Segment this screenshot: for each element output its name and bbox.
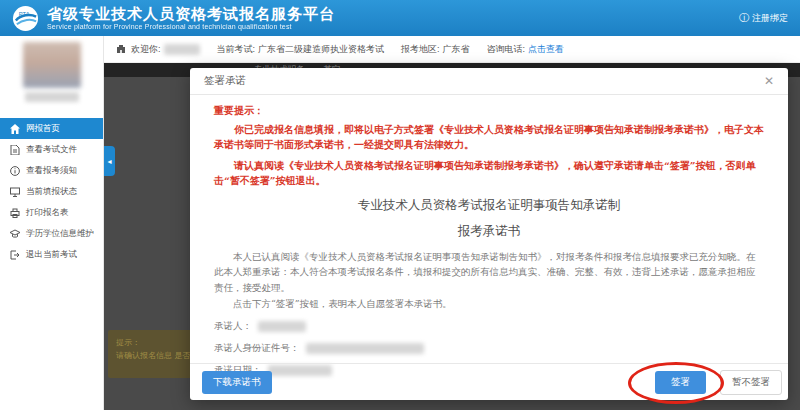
exit-icon xyxy=(10,250,20,260)
welcome-bar: 欢迎你: 当前考试: 广东省二级建造师执业资格考试 报考地区: 广东省 咨询电话… xyxy=(104,36,800,63)
building-icon xyxy=(116,44,126,54)
current-exam-value: 广东省二级建造师执业资格考试 xyxy=(258,43,384,56)
chevron-left-icon: ◂ xyxy=(107,157,111,166)
promiser-label: 承诺人： xyxy=(214,320,252,333)
doc-title-line1: 专业技术人员资格考试报名证明事项告知承诺制 xyxy=(214,197,764,214)
not-sign-button[interactable]: 暂不签署 xyxy=(720,370,782,395)
sidebar-item-education-maintenance[interactable]: 学历学位信息维护 xyxy=(0,223,103,244)
id-number-label: 承诺人身份证件号： xyxy=(214,342,300,355)
info-icon xyxy=(10,166,20,176)
sign-commitment-modal: 签署承诺 ✕ 重要提示： 你已完成报名信息填报，即将以电子方式签署《专业技术人员… xyxy=(190,68,788,400)
sidebar-item-label: 查看考试文件 xyxy=(26,144,77,156)
monitor-icon xyxy=(10,187,20,197)
sidebar-item-label: 查看报考须知 xyxy=(26,165,77,177)
doc-paragraph-1: 本人已认真阅读《专业技术人员资格考试报名证明事项告知承诺制告知书》，对报考条件和… xyxy=(214,249,764,296)
warning-paragraph-2: 请认真阅读《专业技术人员资格考试报名证明事项告知承诺制报考承诺书》，确认遵守承诺… xyxy=(214,158,764,189)
region-value: 广东省 xyxy=(443,43,470,56)
sidebar-item-exit-exam[interactable]: 退出当前考试 xyxy=(0,244,103,265)
page-title: 省级专业技术人员资格考试报名服务平台 xyxy=(47,5,335,22)
username-redacted xyxy=(164,44,200,55)
doc-title-line2: 报考承诺书 xyxy=(214,223,764,240)
modal-title: 签署承诺 xyxy=(204,74,246,88)
promiser-name-redacted xyxy=(258,321,306,332)
register-bind-label: 注册绑定 xyxy=(752,12,788,25)
commitment-doc-body: 本人已认真阅读《专业技术人员资格考试报名证明事项告知承诺制告知书》，对报考条件和… xyxy=(214,249,764,312)
warning-title: 重要提示： xyxy=(214,103,764,119)
sidebar-item-label: 当前填报状态 xyxy=(26,186,77,198)
phone-view-link[interactable]: 点击查看 xyxy=(528,43,564,56)
sidebar-item-exam-notes[interactable]: 查看报考须知 xyxy=(0,160,103,181)
register-bind-link[interactable]: ⓘ 注册绑定 xyxy=(739,11,788,25)
sidebar-item-label: 学历学位信息维护 xyxy=(26,228,94,240)
platform-logo-icon: PTA xyxy=(12,5,39,32)
promiser-row: 承诺人： xyxy=(214,320,764,333)
svg-text:PTA: PTA xyxy=(19,10,30,16)
sidebar-item-label: 网报首页 xyxy=(26,123,60,135)
sign-button[interactable]: 签署 xyxy=(655,371,706,394)
current-exam-label: 当前考试: xyxy=(217,43,256,56)
sidebar-menu: 网报首页 查看考试文件 查看报考须知 当前填报状态 打印报名表 学历学位信息维护 xyxy=(0,118,103,265)
printer-icon xyxy=(10,208,20,218)
app-window: PTA 省级专业技术人员资格考试报名服务平台 Service platform … xyxy=(0,0,800,410)
education-icon xyxy=(10,229,20,239)
phone-label: 咨询电话: xyxy=(487,43,526,56)
sidebar-item-print-form[interactable]: 打印报名表 xyxy=(0,202,103,223)
doc-paragraph-2: 点击下方“签署”按钮，表明本人自愿签署本承诺书。 xyxy=(214,296,764,312)
modal-header: 签署承诺 ✕ xyxy=(190,68,788,95)
sidebar-item-exam-files[interactable]: 查看考试文件 xyxy=(0,139,103,160)
welcome-label: 欢迎你: xyxy=(131,43,161,56)
sidebar-item-label: 打印报名表 xyxy=(26,207,69,219)
warning-block: 重要提示： 你已完成报名信息填报，即将以电子方式签署《专业技术人员资格考试报名证… xyxy=(214,103,764,189)
info-circle-icon: ⓘ xyxy=(739,11,749,25)
sidebar-item-fill-status[interactable]: 当前填报状态 xyxy=(0,181,103,202)
modal-footer: 下载承诺书 签署 暂不签署 xyxy=(190,363,788,400)
file-icon xyxy=(10,145,20,155)
download-commitment-button[interactable]: 下载承诺书 xyxy=(202,371,272,394)
page-subtitle: Service platform for Province Profession… xyxy=(47,23,335,31)
commitment-doc-title: 专业技术人员资格考试报名证明事项告知承诺制 报考承诺书 xyxy=(214,197,764,240)
home-icon xyxy=(10,124,20,134)
warning-paragraph-1: 你已完成报名信息填报，即将以电子方式签署《专业技术人员资格考试报名证明事项告知承… xyxy=(214,122,764,153)
id-number-redacted xyxy=(306,343,424,354)
sidebar-item-label: 退出当前考试 xyxy=(26,249,77,261)
id-number-row: 承诺人身份证件号： xyxy=(214,342,764,355)
sidebar-item-home[interactable]: 网报首页 xyxy=(0,118,103,139)
top-header: PTA 省级专业技术人员资格考试报名服务平台 Service platform … xyxy=(0,0,800,36)
close-icon[interactable]: ✕ xyxy=(764,74,774,88)
avatar xyxy=(23,42,81,88)
sidebar: 网报首页 查看考试文件 查看报考须知 当前填报状态 打印报名表 学历学位信息维护 xyxy=(0,36,104,410)
sidebar-collapse-handle[interactable]: ◂ xyxy=(104,146,115,176)
region-label: 报考地区: xyxy=(401,43,440,56)
modal-body: 重要提示： 你已完成报名信息填报，即将以电子方式签署《专业技术人员资格考试报名证… xyxy=(190,95,788,377)
avatar-name-redacted xyxy=(25,92,79,102)
